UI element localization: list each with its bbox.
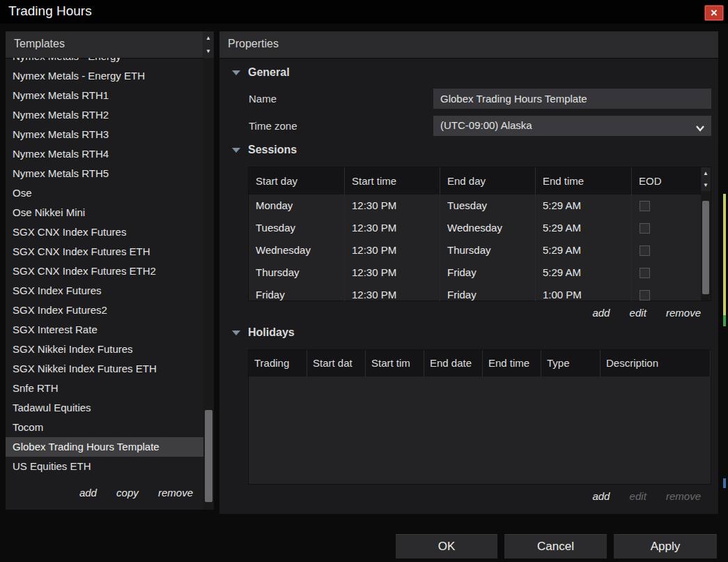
template-list-item[interactable]: US Equities ETH	[6, 457, 203, 476]
background-app-sliver	[723, 194, 726, 315]
sessions-cell: Wednesday	[440, 217, 536, 239]
collapse-arrow-icon	[232, 148, 240, 153]
holidays-column-header[interactable]: Start tim	[366, 350, 424, 377]
sessions-column-header[interactable]: Start day	[249, 167, 345, 195]
template-list-item[interactable]: SGX Nikkei Index Futures ETH	[6, 359, 203, 379]
sessions-column-header[interactable]: End time	[536, 167, 632, 195]
template-list-item[interactable]: Nymex Metals - Energy	[6, 58, 203, 66]
template-list-item[interactable]: Snfe RTH	[6, 379, 203, 398]
template-list-item[interactable]: Nymex Metals - Energy ETH	[6, 66, 203, 86]
templates-add-button[interactable]: add	[79, 487, 97, 499]
sessions-cell: 1:00 PM	[536, 284, 632, 302]
sessions-cell: Thursday	[249, 261, 345, 284]
template-list-item[interactable]: Ose Nikkei Mini	[6, 203, 203, 222]
template-list-item[interactable]: Nymex Metals RTH4	[6, 144, 203, 164]
sessions-cell: 5:29 AM	[536, 195, 632, 217]
holidays-table: TradingStart datStart timEnd dateEnd tim…	[248, 349, 711, 485]
holidays-add-button[interactable]: add	[592, 490, 610, 502]
eod-checkbox[interactable]	[640, 290, 650, 301]
sessions-column-header[interactable]: EOD	[632, 167, 702, 195]
holidays-column-header[interactable]: End time	[483, 350, 541, 377]
holidays-column-header[interactable]: Description	[601, 350, 711, 377]
sessions-eod-cell	[632, 239, 692, 261]
collapse-arrow-icon	[232, 331, 240, 335]
scroll-up-icon[interactable]: ▲	[701, 167, 711, 179]
template-list-item[interactable]: Tadawul Equities	[6, 398, 203, 418]
trading-hours-dialog: Trading Hours ✕ Templates ▲ ▼ Nymex Meta…	[0, 0, 728, 562]
template-list-item[interactable]: Nymex Metals RTH3	[6, 125, 203, 144]
sessions-cell: Wednesday	[249, 239, 345, 261]
scroll-down-icon[interactable]: ▼	[203, 45, 214, 58]
close-icon: ✕	[711, 8, 718, 18]
eod-checkbox[interactable]	[640, 245, 650, 256]
sessions-remove-button[interactable]: remove	[666, 307, 701, 319]
timezone-label: Time zone	[249, 116, 297, 136]
sessions-cell: Friday	[440, 261, 536, 284]
sessions-column-header[interactable]: End day	[440, 167, 536, 195]
sessions-row[interactable]: Tuesday12:30 PMWednesday5:29 AM	[249, 217, 702, 239]
template-list-item[interactable]: Nymex Metals RTH5	[6, 164, 203, 183]
holidays-column-header[interactable]: Start dat	[307, 350, 366, 377]
sessions-eod-cell	[632, 195, 692, 217]
template-list-item[interactable]: SGX Index Futures	[6, 281, 203, 301]
sessions-section-header[interactable]: Sessions	[232, 144, 297, 156]
background-app-sliver	[723, 478, 726, 488]
templates-remove-button[interactable]: remove	[158, 487, 193, 499]
dialog-title: Trading Hours	[8, 3, 92, 19]
sessions-scrollbar-thumb[interactable]	[702, 201, 709, 294]
templates-list[interactable]: Nymex Metals - EnergyNymex Metals - Ener…	[6, 58, 203, 482]
holidays-section-header[interactable]: Holidays	[232, 326, 295, 339]
template-list-item[interactable]: Tocom	[6, 418, 203, 437]
sessions-add-button[interactable]: add	[592, 307, 610, 319]
sessions-eod-cell	[632, 284, 692, 302]
sessions-row[interactable]: Friday12:30 PMFriday1:00 PM	[249, 284, 702, 302]
holidays-edit-button: edit	[630, 490, 646, 502]
template-list-item[interactable]: SGX CNX Index Futures	[6, 222, 203, 242]
template-list-item[interactable]: Nymex Metals RTH2	[6, 105, 203, 125]
holidays-column-header[interactable]: Trading	[249, 350, 307, 377]
template-list-item[interactable]: SGX Nikkei Index Futures	[6, 340, 203, 359]
sessions-row[interactable]: Thursday12:30 PMFriday5:29 AM	[249, 261, 702, 284]
sessions-column-header[interactable]: Start time	[345, 167, 440, 195]
template-list-item[interactable]: Ose	[6, 183, 203, 203]
holidays-table-header: TradingStart datStart timEnd dateEnd tim…	[249, 350, 711, 377]
template-list-item[interactable]: SGX CNX Index Futures ETH	[6, 242, 203, 261]
sessions-cell: Tuesday	[249, 217, 345, 239]
templates-scrollbar-thumb[interactable]	[205, 410, 212, 502]
apply-button[interactable]: Apply	[614, 534, 717, 559]
template-list-item[interactable]: SGX Index Futures2	[6, 301, 203, 320]
timezone-dropdown[interactable]: (UTC-09:00) Alaska	[433, 116, 711, 136]
templates-header-label: Templates	[14, 38, 65, 50]
sessions-table-header: Start dayStart timeEnd dayEnd timeEOD	[249, 167, 711, 195]
ok-button[interactable]: OK	[396, 534, 497, 559]
name-label: Name	[249, 89, 277, 109]
sessions-cell: 12:30 PM	[345, 195, 440, 217]
sessions-row[interactable]: Wednesday12:30 PMThursday5:29 AM	[249, 239, 702, 261]
template-list-item[interactable]: SGX Interest Rate	[6, 320, 203, 340]
eod-checkbox[interactable]	[640, 201, 650, 211]
sessions-row[interactable]: Monday12:30 PMTuesday5:29 AM	[249, 195, 702, 217]
holidays-column-header[interactable]: End date	[424, 350, 483, 377]
sessions-edit-button[interactable]: edit	[630, 307, 646, 319]
templates-actions: add copy remove	[6, 487, 193, 499]
sessions-scrollbar[interactable]: ▲ ▼	[701, 167, 711, 301]
collapse-arrow-icon	[232, 70, 240, 75]
holidays-column-header[interactable]: Type	[541, 350, 601, 377]
scroll-up-icon[interactable]: ▲	[203, 31, 214, 45]
titlebar[interactable]: Trading Hours ✕	[0, 0, 728, 24]
eod-checkbox[interactable]	[640, 268, 650, 278]
sessions-table-body[interactable]: Monday12:30 PMTuesday5:29 AMTuesday12:30…	[249, 195, 702, 302]
eod-checkbox[interactable]	[640, 223, 650, 234]
close-button[interactable]: ✕	[704, 5, 724, 21]
cancel-button[interactable]: Cancel	[504, 534, 607, 559]
scroll-down-icon[interactable]: ▼	[701, 179, 711, 191]
general-section-header[interactable]: General	[232, 66, 290, 79]
name-field[interactable]	[433, 89, 711, 109]
template-list-item[interactable]: Globex Trading Hours Template	[6, 437, 203, 457]
templates-copy-button[interactable]: copy	[116, 487, 139, 499]
sessions-eod-cell	[632, 261, 692, 284]
template-list-item[interactable]: SGX CNX Index Futures ETH2	[6, 261, 203, 281]
template-list-item[interactable]: Nymex Metals RTH1	[6, 86, 203, 105]
templates-scrollbar[interactable]	[203, 58, 214, 510]
templates-header-spinner: ▲ ▼	[203, 31, 214, 58]
